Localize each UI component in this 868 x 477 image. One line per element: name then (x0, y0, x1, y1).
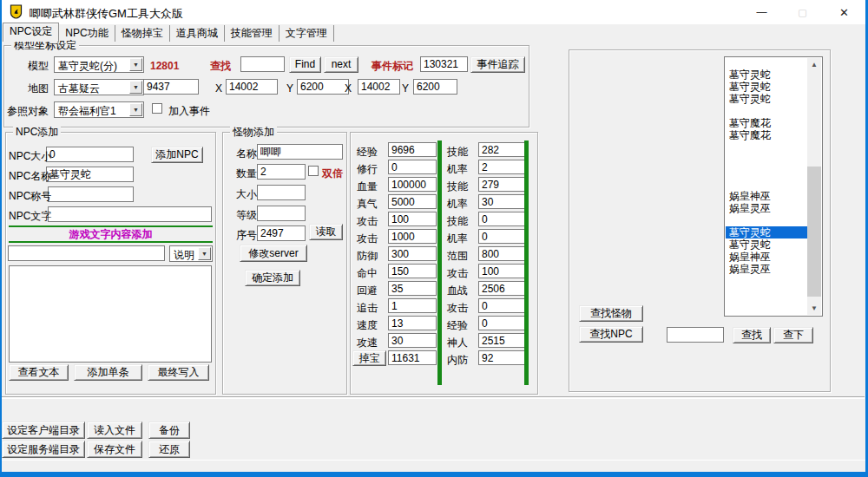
y2-input[interactable] (413, 79, 457, 95)
list-item[interactable]: 娲皇神巫 (726, 251, 807, 263)
stat-input[interactable] (478, 142, 527, 157)
stat-input[interactable] (388, 160, 437, 174)
tab-item[interactable]: 怪物掉宝 (115, 25, 170, 42)
confirm-add-button[interactable]: 确定添加 (245, 270, 300, 286)
next-button[interactable]: next (324, 56, 358, 73)
monster-count-input[interactable] (257, 164, 306, 180)
search-input[interactable] (240, 56, 285, 72)
y1-input[interactable] (297, 79, 349, 95)
ref-object-dropdown[interactable]: 帮会福利官1 ▼ (54, 101, 144, 118)
stat-input[interactable] (478, 160, 527, 174)
scroll-up-icon[interactable]: ▲ (807, 58, 821, 71)
list-item[interactable]: 墓守灵蛇 (726, 81, 807, 93)
tab-item[interactable]: NPC功能 (59, 25, 115, 42)
list-item[interactable] (726, 154, 807, 166)
stat-input[interactable] (478, 298, 527, 313)
modify-server-button[interactable]: 修改server (240, 245, 307, 262)
list-item[interactable]: 墓守魔花 (726, 129, 807, 141)
panel-search-input[interactable] (667, 327, 724, 343)
view-text-button[interactable]: 查看文本 (9, 364, 69, 381)
list-item[interactable]: 墓守灵蛇 (726, 69, 807, 81)
bottom-button[interactable]: 设定服务端目录 (2, 441, 85, 458)
panel-search-button[interactable]: 查找 (733, 327, 771, 343)
text-type-dropdown[interactable]: 说明 ▼ (169, 245, 213, 262)
add-single-button[interactable]: 添加单条 (74, 364, 142, 381)
event-mark-input[interactable] (420, 56, 468, 72)
x2-input[interactable] (358, 79, 400, 95)
game-text-input[interactable] (8, 245, 165, 261)
bottom-button[interactable]: 读入文件 (87, 421, 142, 439)
tab-item[interactable]: 技能管理 (225, 25, 279, 42)
stat-input[interactable] (388, 177, 437, 192)
list-item[interactable] (726, 141, 807, 154)
double-checkbox[interactable] (308, 166, 319, 176)
read-button[interactable]: 读取 (309, 224, 343, 240)
bottom-button[interactable]: 还原 (148, 441, 190, 458)
scrollbar-thumb[interactable] (807, 167, 821, 297)
drop-item-button[interactable]: 掉宝 (352, 350, 386, 366)
add-npc-button[interactable]: 添加NPC (151, 147, 203, 163)
find-npc-button[interactable]: 查找NPC (579, 326, 643, 343)
stat-input[interactable] (478, 350, 527, 365)
monster-serial-input[interactable] (257, 225, 306, 241)
stat-input[interactable] (478, 194, 527, 209)
npc-name-input[interactable] (46, 167, 134, 182)
map-dropdown[interactable]: 古墓疑云 ▼ (54, 79, 144, 95)
close-button[interactable]: ✕ (825, 0, 864, 24)
stat-input[interactable] (388, 212, 437, 226)
npc-text-input[interactable] (48, 206, 212, 222)
bottom-button[interactable]: 保存文件 (87, 441, 142, 458)
stat-input[interactable] (388, 194, 437, 209)
list-item[interactable] (726, 166, 807, 178)
scroll-down-icon[interactable]: ▼ (807, 302, 821, 315)
panel-search-next-button[interactable]: 查下 (773, 327, 813, 343)
npc-size-input[interactable] (46, 147, 134, 162)
tab-item[interactable]: NPC设定 (3, 23, 59, 42)
list-item[interactable] (726, 178, 807, 190)
stat-input[interactable] (478, 177, 527, 192)
stat-input[interactable] (478, 316, 527, 330)
stat-input[interactable] (388, 298, 437, 313)
list-item[interactable]: 娲皇灵巫 (726, 202, 807, 214)
stat-input[interactable] (478, 246, 527, 261)
join-event-checkbox[interactable] (152, 103, 162, 114)
npc-nick-input[interactable] (48, 186, 134, 202)
stat-input[interactable] (388, 350, 437, 365)
stat-input[interactable] (388, 142, 437, 157)
find-monster-button[interactable]: 查找怪物 (579, 305, 643, 322)
stat-input[interactable] (388, 281, 437, 296)
stat-input[interactable] (388, 316, 437, 330)
stat-input[interactable] (388, 229, 437, 244)
stat-input[interactable] (478, 281, 527, 296)
stat-input[interactable] (388, 333, 437, 348)
list-item[interactable]: 娲皇神巫 (726, 190, 807, 202)
list-item[interactable]: 墓守魔花 (726, 117, 807, 129)
stat-input[interactable] (478, 333, 527, 348)
bottom-button[interactable]: 设定客户端目录 (2, 421, 85, 439)
minimize-button[interactable]: — (742, 0, 781, 24)
game-text-area[interactable] (9, 265, 212, 363)
list-item[interactable]: 娲皇灵巫 (726, 263, 807, 275)
bottom-button[interactable]: 备份 (148, 421, 190, 439)
monster-name-input[interactable] (257, 144, 343, 160)
tab-item[interactable]: 文字管理 (279, 25, 334, 42)
list-item[interactable]: 墓守灵蛇 (726, 226, 807, 238)
monster-size-input[interactable] (257, 185, 306, 200)
stat-input[interactable] (388, 246, 437, 261)
final-write-button[interactable]: 最终写入 (148, 364, 209, 381)
stat-input[interactable] (478, 229, 527, 244)
stat-input[interactable] (478, 212, 527, 226)
x1-input[interactable] (226, 79, 278, 95)
stat-input[interactable] (388, 264, 437, 278)
list-item[interactable] (726, 214, 807, 226)
scrollbar[interactable]: ▲ ▼ (807, 58, 821, 315)
event-track-button[interactable]: 事件追踪 (470, 56, 525, 73)
model-dropdown[interactable]: 墓守灵蛇(分) ▼ (54, 56, 144, 73)
find-button[interactable]: Find (289, 56, 321, 73)
map-id-input[interactable] (143, 79, 199, 95)
maximize-button[interactable]: ▢ (783, 0, 822, 24)
tab-item[interactable]: 道具商城 (170, 25, 225, 42)
stat-input[interactable] (478, 264, 527, 278)
monster-level-input[interactable] (257, 206, 306, 221)
list-item[interactable] (726, 105, 807, 117)
